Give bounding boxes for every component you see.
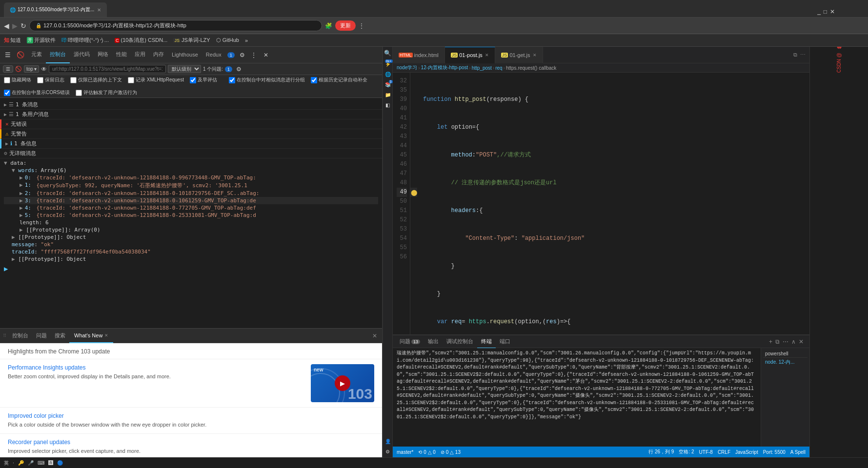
tree-item-0[interactable]: ▶ 0: {traceId: 'defsearch-v2-unknown-121… (4, 174, 378, 181)
breadcrumb-12[interactable]: 12-内置模块-http-post (421, 64, 468, 71)
code-tab-getjs[interactable]: JS 01-get.js ✕ (495, 47, 543, 63)
record-xhr-checkbox[interactable]: 记录 XMLHttpRequest (128, 77, 184, 83)
status-row-col[interactable]: 行 26，列 9 (648, 448, 674, 455)
getjs-tab-close[interactable]: ✕ (533, 53, 537, 58)
terminal-tab-terminal[interactable]: 终端 (477, 335, 496, 348)
console-filter-icon1[interactable]: ☰ (3, 65, 13, 73)
performance-item-title[interactable]: Performance Insights updates (8, 364, 305, 371)
activity-icon-1[interactable]: ⚡8k+ (384, 60, 392, 68)
status-encoding[interactable]: UTF-8 (699, 449, 713, 455)
bookmark-opensource[interactable]: 开 开源软件 (27, 37, 56, 44)
devtools-tab-elements[interactable]: 元素 (27, 47, 46, 63)
status-sync[interactable]: ⟲ 0 △ 0 (418, 449, 435, 455)
whats-new-tab-close[interactable]: ✕ (104, 333, 108, 338)
bookmark-github[interactable]: ⬡ GitHub (216, 37, 239, 43)
selected-context-checkbox[interactable]: 仅限已选择的上下文 (70, 77, 122, 83)
devtools-tab-lighthouse[interactable]: Lighthouse (168, 47, 202, 63)
address-input[interactable]: 🔒 127.0.0.1:5500/node学习/12-内置模块-http/12-… (29, 20, 322, 31)
terminal-split-icon[interactable]: ⧉ (775, 338, 780, 345)
tree-proto-obj[interactable]: ▶ [[Prototype]]: Object (4, 234, 378, 241)
status-language[interactable]: JavaScript (735, 449, 758, 455)
log-level-select[interactable]: 默认级别 详细 信息 警告 错误 (168, 65, 201, 73)
eye-icon[interactable]: 👁 (41, 66, 47, 73)
status-spell[interactable]: A Spell (790, 449, 806, 455)
breadcrumb-httppost[interactable]: http_post (472, 65, 492, 71)
bookmark-csdn[interactable]: C (10条消息) CSDN... (115, 37, 167, 44)
panel-tab-issues[interactable]: 问题 (32, 329, 51, 343)
update-button[interactable]: 更新 (335, 20, 356, 31)
terminal-tab-output[interactable]: 输出 (424, 335, 443, 348)
devtools-badge[interactable]: 1 (227, 52, 235, 58)
status-port[interactable]: Port: 5500 (763, 449, 786, 455)
status-spaces[interactable]: 空格: 2 (679, 448, 694, 455)
tree-proto-array[interactable]: ▶ [[Prototype]]: Array(0) (4, 226, 378, 234)
console-item-no-warnings[interactable]: ⚠ 无警告 (0, 129, 382, 139)
forward-icon[interactable]: ▶ (12, 22, 18, 30)
node-label[interactable]: node. 12-内... (763, 358, 807, 367)
console-item-no-errors[interactable]: ✕ 无错误 (0, 119, 382, 129)
tree-item-4[interactable]: ▶ 4: {traceId: 'defsearch-v2-unknown-121… (4, 204, 378, 212)
devtools-tab-performance[interactable]: 性能 (112, 47, 131, 63)
console-item-info[interactable]: ▶ ℹ 1 条信息 (0, 139, 382, 149)
close-window-icon[interactable]: ✕ (830, 8, 835, 15)
panel-close-btn[interactable]: ✕ (370, 332, 379, 339)
status-issues[interactable]: ⊘ 0 △ 13 (441, 449, 461, 455)
console-item-user-messages[interactable]: ▶ ☰ 1 条用户消息 (0, 110, 382, 119)
devtools-settings-icon[interactable]: ⚙ (237, 50, 248, 60)
tray-icon-4[interactable]: 🅰 (48, 460, 53, 466)
activity-icon-user[interactable]: 👤 (384, 438, 392, 445)
devtools-tab-network[interactable]: 网络 (94, 47, 112, 63)
activity-icon-4[interactable]: 📁 (384, 91, 392, 98)
bookmark-jswords[interactable]: JS JS单词-LZY (173, 37, 210, 44)
console-filter-input[interactable] (49, 65, 166, 73)
tree-item-3[interactable]: ▶ 3: {traceId: 'defsearch-v2-unknown-121… (4, 197, 378, 204)
devtools-tab-memory[interactable]: 内存 (149, 47, 168, 63)
tree-item-5[interactable]: ▶ 5: {traceId: 'defsearch-v2-unknown-121… (4, 212, 378, 219)
more-tabs-icon[interactable]: ⋯ (800, 52, 806, 58)
preserve-log-checkbox[interactable]: 保留日志 (37, 77, 64, 83)
autocomplete-checkbox[interactable]: 根据历史记录自动补全 (311, 77, 367, 83)
minimize-icon[interactable]: ⎯ (817, 8, 821, 15)
activity-icon-settings[interactable]: ⚙ (384, 448, 391, 455)
menu-icon[interactable]: ⋮ (359, 22, 364, 29)
tree-data-root[interactable]: ▼ data: (4, 159, 378, 167)
terminal-more-icon[interactable]: ⋯ (783, 338, 788, 345)
bookmark-zhidao[interactable]: 知 知道 (4, 37, 21, 44)
postjs-tab-close[interactable]: ✕ (485, 53, 489, 58)
devtools-tab-application[interactable]: 应用 (131, 47, 149, 63)
terminal-tab-issues[interactable]: 问题 13 (396, 335, 424, 348)
devtools-tab-redux[interactable]: Redux (202, 47, 225, 63)
panel-tab-whats-new[interactable]: What's New ✕ (69, 329, 113, 343)
tree-words[interactable]: ▼ words: Array(6) (4, 167, 378, 174)
console-item-messages[interactable]: ▶ ☰ 1 条消息 (0, 100, 382, 110)
user-activation-checkbox[interactable]: 评估触发了用户激活行为 (76, 89, 137, 96)
browser-tab-active[interactable]: 🌐 127.0.0.1:5500/node学习/12-内置... ✕ (4, 2, 107, 17)
status-branch[interactable]: master* (397, 449, 413, 455)
activity-icon-3[interactable]: 📚3 (384, 81, 392, 88)
tab-close[interactable]: ✕ (97, 7, 101, 13)
search-icon[interactable]: 🔍 (383, 49, 392, 58)
tree-item-2[interactable]: ▶ 2: {traceId: 'defsearch-v2-unknown-121… (4, 190, 378, 197)
hide-network-checkbox[interactable]: 隐藏网络 (4, 77, 31, 83)
devtools-icon-inspect[interactable]: ☰ (2, 49, 14, 60)
status-line-ending[interactable]: CRLF (718, 449, 730, 455)
console-no-filter-icon[interactable]: 🚫 (15, 66, 22, 72)
color-picker-title[interactable]: Improved color picker (8, 412, 374, 419)
tray-ime[interactable]: 英 (4, 460, 9, 467)
cors-errors-checkbox[interactable]: 在控制台中显示CORS错误 (4, 89, 70, 96)
back-icon[interactable]: ◀ (4, 22, 9, 30)
tray-icon-3[interactable]: ⌨ (38, 460, 44, 466)
recorder-title[interactable]: Recorder panel updates (8, 439, 374, 446)
terminal-tab-debug[interactable]: 调试控制台 (443, 335, 477, 348)
tree-back-arrow[interactable]: ▶ (0, 264, 382, 273)
tray-icon-5[interactable]: 🔵 (57, 460, 63, 466)
activity-icon-2[interactable]: 🌐 (384, 71, 392, 78)
activity-icon-5[interactable]: ◧ (384, 101, 391, 109)
breadcrumb-req[interactable]: req (495, 65, 502, 71)
tree-proto-obj2[interactable]: ▶ [[Prototype]]: Object (4, 255, 378, 263)
powershell-label[interactable]: powershell (763, 350, 807, 358)
group-similar-checkbox[interactable]: 在控制台中对相似消息进行分组 (229, 77, 305, 83)
panel-tab-search[interactable]: 搜索 (51, 329, 69, 343)
maximize-icon[interactable]: □ (824, 8, 827, 15)
extensions-icon[interactable]: 🧩 (325, 22, 332, 29)
